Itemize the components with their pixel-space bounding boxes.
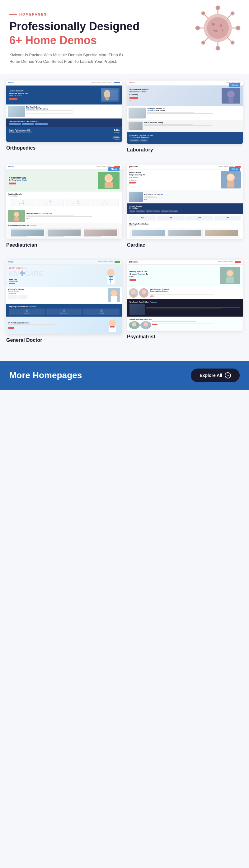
svg-point-5 (216, 46, 220, 50)
orthopedics-label: Orthopedics (6, 142, 122, 153)
svg-rect-61 (142, 294, 146, 298)
homepages-label: HOMEPAGES (19, 12, 47, 16)
svg-point-3 (216, 6, 220, 10)
svg-point-15 (202, 41, 205, 44)
demo-count-label: Home Demos (25, 34, 97, 46)
explore-arrow-icon: → (225, 372, 231, 378)
psychiatrist-section[interactable]: KiviCare Healthy Mind Is TheGreatest Tre… (127, 260, 243, 345)
footer-title: More Homepages (9, 370, 82, 380)
header-section: HOMEPAGES Professionally Designed 6+ Hom… (0, 0, 249, 74)
svg-point-46 (111, 290, 117, 297)
svg-point-57 (131, 290, 136, 294)
svg-rect-31 (105, 182, 113, 188)
svg-line-12 (227, 14, 231, 19)
demo-row-3: KiviCare GREAT HEALTH ✚ KIV✚CARE (6, 260, 243, 352)
new-badge-paed: New (108, 167, 119, 172)
new-badge-lab: New (229, 83, 240, 87)
cardiac-card[interactable]: New KiviCare (127, 164, 243, 239)
header-description: Kivicare Is Packed With Multiple Domain … (9, 52, 128, 65)
svg-line-10 (204, 14, 209, 19)
demo-count: 6+ (9, 34, 22, 46)
laboratory-label: Laboratory (127, 144, 243, 155)
svg-rect-51 (110, 326, 114, 328)
svg-point-60 (142, 290, 146, 294)
svg-point-9 (236, 26, 240, 30)
general-doctor-card[interactable]: KiviCare GREAT HEALTH ✚ KIV✚CARE (6, 260, 122, 334)
svg-point-54 (227, 270, 233, 277)
svg-point-27 (227, 91, 235, 98)
laboratory-card[interactable]: New KiviCare Uncovering Po (127, 81, 243, 144)
svg-point-19 (220, 24, 222, 27)
general-doctor-section[interactable]: KiviCare GREAT HEALTH ✚ KIV✚CARE (6, 260, 122, 345)
svg-rect-55 (226, 277, 234, 283)
paediatrician-section[interactable]: New KiviCare A Whole New (6, 164, 122, 250)
svg-point-34 (14, 212, 19, 217)
general-doctor-label: General Doctor (6, 334, 122, 345)
explore-all-label: Explore All (199, 373, 222, 378)
svg-point-20 (215, 30, 218, 32)
orthopedics-section[interactable]: KiviCare Let Our Years OfExpertise Help … (6, 81, 122, 155)
svg-rect-35 (14, 217, 19, 221)
orthopedics-card[interactable]: KiviCare Let Our Years OfExpertise Help … (6, 81, 122, 142)
svg-point-17 (231, 41, 234, 44)
svg-point-7 (196, 26, 199, 30)
paediatrician-label: Paediatrician (6, 239, 122, 250)
svg-rect-58 (131, 294, 136, 298)
svg-point-49 (109, 320, 116, 327)
psychiatrist-card[interactable]: KiviCare Healthy Mind Is TheGreatest Tre… (127, 260, 243, 331)
psychiatrist-label: Psychiatrist (127, 331, 243, 341)
explore-all-button[interactable]: Explore All → (191, 369, 240, 382)
cardiac-label: Cardiac (127, 239, 243, 250)
virus-decoration (193, 3, 243, 53)
demo-row-1: KiviCare Let Our Years OfExpertise Help … (6, 81, 243, 162)
footer-section: More Homepages Explore All → (0, 361, 249, 390)
svg-line-14 (204, 37, 209, 41)
svg-point-65 (143, 322, 148, 327)
svg-rect-28 (228, 97, 233, 103)
svg-rect-38 (227, 181, 234, 188)
svg-point-11 (202, 12, 205, 15)
svg-point-22 (213, 30, 215, 31)
paediatrician-card[interactable]: New KiviCare A Whole New (6, 164, 122, 239)
svg-line-16 (227, 37, 231, 41)
svg-rect-25 (106, 97, 109, 100)
demo-grid: KiviCare Let Our Years OfExpertise Help … (0, 74, 249, 361)
svg-point-39 (227, 174, 234, 180)
svg-point-1 (207, 17, 229, 39)
svg-rect-42 (109, 276, 113, 277)
laboratory-section[interactable]: New KiviCare Uncovering Po (127, 81, 243, 155)
new-badge-cardiac: New (229, 167, 240, 172)
svg-rect-47 (111, 296, 117, 302)
svg-point-18 (212, 23, 215, 26)
svg-point-21 (222, 30, 223, 31)
svg-point-13 (231, 12, 234, 15)
cardiac-section[interactable]: New KiviCare (127, 164, 243, 250)
svg-point-40 (107, 269, 114, 277)
demo-row-2: New KiviCare A Whole New (6, 164, 243, 257)
svg-point-63 (132, 322, 136, 327)
svg-point-32 (106, 175, 112, 181)
